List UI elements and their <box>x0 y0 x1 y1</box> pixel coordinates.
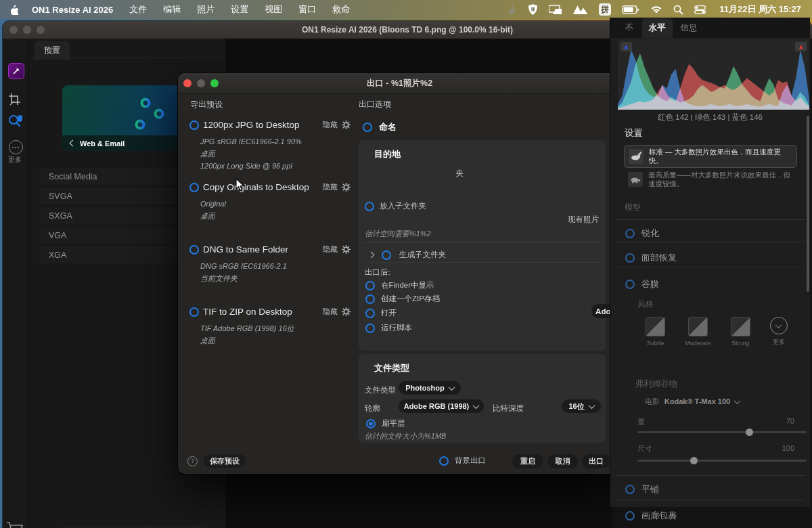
highlight-clipping-icon[interactable]: ▲ <box>795 42 807 51</box>
menu-photo[interactable]: 照片 <box>189 3 223 16</box>
after-option-row[interactable]: 运行脚本 <box>365 323 412 333</box>
menu-help[interactable]: 救命 <box>324 3 358 16</box>
generate-subfolder-radio[interactable] <box>382 250 391 260</box>
style-strong-thumb[interactable] <box>731 317 750 336</box>
shield-icon[interactable] <box>528 4 538 15</box>
battery-icon[interactable] <box>622 5 639 14</box>
control-center-icon[interactable] <box>694 5 706 14</box>
app-logo-icon[interactable] <box>8 63 24 79</box>
input-source-icon[interactable]: 拼 <box>599 3 611 16</box>
section-gallery-wrap[interactable]: 画廊包裹 <box>625 510 677 522</box>
size-slider[interactable] <box>637 460 807 462</box>
face-recovery-radio[interactable] <box>625 253 635 263</box>
preset-name[interactable]: Copy Originals to Desktop <box>203 182 309 192</box>
style-subtle-thumb[interactable] <box>646 317 665 336</box>
dialog-minimize-button[interactable] <box>197 79 205 87</box>
shadow-clipping-icon[interactable]: ▲ <box>621 42 632 51</box>
after-option-radio[interactable] <box>365 281 375 290</box>
menu-edit[interactable]: 编辑 <box>155 3 189 16</box>
dialog-close-button[interactable] <box>183 79 191 87</box>
size-slider-handle[interactable] <box>690 457 698 464</box>
preset-radio[interactable] <box>189 183 199 192</box>
close-window-button[interactable] <box>9 26 18 34</box>
more-tools-icon[interactable]: ••• <box>9 140 23 154</box>
after-option-row[interactable]: 创建一个ZIP存档 <box>365 294 440 304</box>
tab-info[interactable]: 信息 <box>674 18 704 38</box>
after-option-radio[interactable] <box>365 294 375 304</box>
search-input[interactable]: 搜索 <box>59 525 210 528</box>
gear-icon[interactable] <box>342 120 351 129</box>
menubar-clock[interactable]: 11月22日 周六 15:27 <box>711 3 812 16</box>
style-moderate-thumb[interactable] <box>688 317 708 336</box>
preset-hide-button[interactable]: 隐藏 <box>323 244 338 255</box>
film-radio[interactable] <box>625 280 635 289</box>
preset-name[interactable]: DNG to Same Folder <box>203 244 288 255</box>
preset-hide-button[interactable]: 隐藏 <box>323 307 338 317</box>
preset-name[interactable]: 1200px JPG to Desktop <box>203 120 300 130</box>
back-chevron-icon[interactable] <box>70 140 76 147</box>
menu-app-name[interactable]: ON1 Resize AI 2026 <box>24 5 121 15</box>
filetype-dropdown[interactable]: Photoshop <box>399 381 461 395</box>
export-preset-row[interactable]: 1200px JPG to Desktop 隐藏 <box>189 120 351 130</box>
dialog-title-bar[interactable]: 出口 - %1照片%2 <box>178 73 621 94</box>
generate-subfolder-row[interactable]: 生成子文件夹 <box>369 250 446 260</box>
gear-icon[interactable] <box>342 307 351 316</box>
gear-icon[interactable] <box>342 183 351 192</box>
preset-hide-button[interactable]: 隐藏 <box>323 120 338 130</box>
zoom-pan-tool-icon[interactable] <box>7 113 25 131</box>
menu-settings[interactable]: 设置 <box>223 3 256 16</box>
display-mirror-icon[interactable] <box>549 5 562 15</box>
after-option-radio[interactable] <box>365 309 375 318</box>
subfolder-row[interactable]: 放入子文件夹 <box>365 201 426 211</box>
help-icon[interactable]: ? <box>187 456 198 466</box>
preset-radio[interactable] <box>189 120 199 130</box>
after-option-radio[interactable] <box>365 324 375 333</box>
window-traffic-lights[interactable] <box>9 26 50 34</box>
menu-file[interactable]: 文件 <box>121 3 155 16</box>
after-option-row[interactable]: 打开 <box>365 308 397 318</box>
background-export-radio[interactable] <box>439 456 449 466</box>
export-preset-row[interactable]: Copy Originals to Desktop 隐藏 <box>189 182 351 192</box>
tab-presets[interactable]: 预置 <box>35 41 70 60</box>
spotlight-search-icon[interactable] <box>673 5 683 15</box>
menu-view[interactable]: 视图 <box>256 3 290 16</box>
cancel-button[interactable]: 取消 <box>547 454 578 468</box>
minimize-window-button[interactable] <box>23 26 31 34</box>
naming-radio[interactable] <box>363 123 372 132</box>
preset-radio[interactable] <box>189 245 199 255</box>
style-strong[interactable]: Strong <box>731 317 750 347</box>
bit-depth-dropdown[interactable]: 16位 <box>562 399 601 413</box>
amount-slider-handle[interactable] <box>746 428 753 436</box>
section-face-recovery[interactable]: 面部恢复 <box>625 252 677 264</box>
menu-window[interactable]: 窗口 <box>290 3 324 16</box>
flatten-layers-row[interactable]: 扁平层 <box>366 418 405 428</box>
quality-option-standard[interactable]: 标准 — 大多数照片效果出色，而且速度更快。 <box>624 145 797 168</box>
style-more[interactable]: 更多 <box>770 317 788 347</box>
restart-button[interactable]: 重启 <box>512 454 543 468</box>
wifi-icon[interactable] <box>650 5 662 14</box>
tab-histogram-off[interactable]: 不 <box>618 18 641 38</box>
dialog-traffic-lights[interactable] <box>183 79 224 87</box>
dialog-zoom-button[interactable] <box>210 79 219 87</box>
cleaner-icon[interactable] <box>508 4 517 15</box>
export-preset-row[interactable]: DNG to Same Folder 隐藏 <box>189 244 351 255</box>
section-film[interactable]: 谷膜 <box>625 278 659 290</box>
tab-levels[interactable]: 水平 <box>642 18 673 38</box>
subfolder-radio[interactable] <box>365 202 374 211</box>
crop-tool-icon[interactable] <box>8 93 23 110</box>
export-preset-row[interactable]: TIF to ZIP on Desktop 隐藏 <box>189 307 351 317</box>
amount-slider[interactable] <box>637 431 807 433</box>
profile-dropdown[interactable]: Adobe RGB (1998) <box>399 399 484 413</box>
mountains-icon[interactable] <box>573 5 588 14</box>
preset-name[interactable]: TIF to ZIP on Desktop <box>203 307 292 317</box>
save-preset-button[interactable]: 保存预设 <box>204 454 246 468</box>
sharpening-radio[interactable] <box>625 229 635 238</box>
cart-icon[interactable]: 30 <box>6 521 25 528</box>
more-styles-icon[interactable] <box>770 317 788 334</box>
section-tiling[interactable]: 平铺 <box>625 483 659 496</box>
gallery-wrap-radio[interactable] <box>625 511 635 521</box>
naming-row[interactable]: 命名 <box>363 121 397 133</box>
quality-option-highest[interactable]: 最高质量——对大多数照片来说效果最佳，但速度较慢。 <box>624 169 797 190</box>
background-export-row[interactable]: 背景出口 <box>439 456 486 466</box>
preset-hide-button[interactable]: 隐藏 <box>323 182 338 192</box>
